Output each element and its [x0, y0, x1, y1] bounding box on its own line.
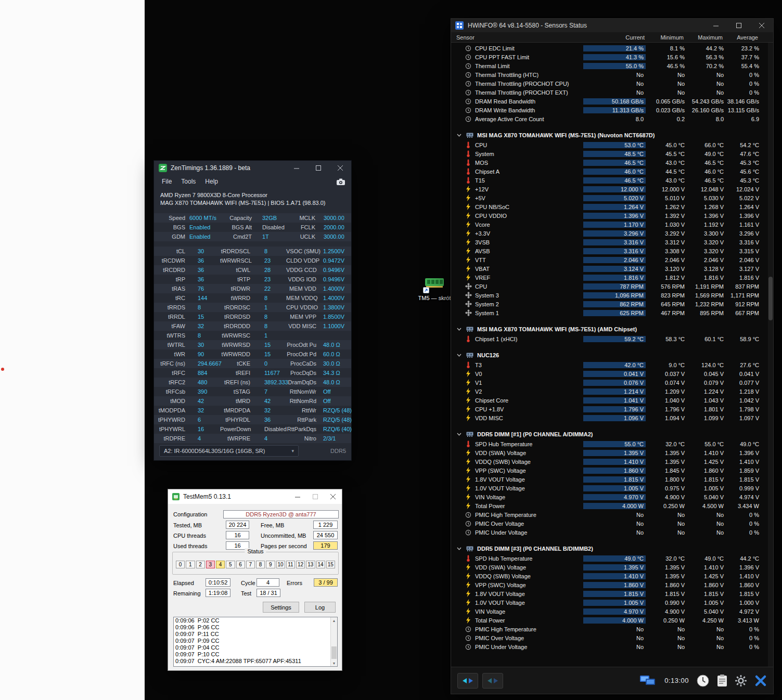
- tm5-log-scrollbar[interactable]: ▲ ▼: [330, 617, 337, 666]
- hw-sensor-row[interactable]: VDD (SWA) Voltage1.395 V1.395 V1.410 V1.…: [451, 448, 769, 457]
- hw-sensor-row[interactable]: VDDQ (SWB) Voltage1.410 V1.395 V1.425 V1…: [451, 572, 769, 580]
- scroll-down-icon[interactable]: ▼: [331, 660, 337, 666]
- nav-arrows-button[interactable]: [457, 673, 478, 689]
- column-maximum[interactable]: Maximum: [684, 34, 723, 41]
- hw-sensor-row[interactable]: +12V12.000 V12.000 V12.048 V12.024 V: [451, 185, 769, 193]
- hw-sensor-group-header[interactable]: MSI MAG X870 TOMAHAWK WIFI (MS-7E51) (AM…: [451, 324, 769, 334]
- hw-sensor-row[interactable]: V00.041 V0.037 V0.045 V0.041 V: [451, 369, 769, 378]
- hw-sensor-row[interactable]: VIN Voltage4.970 V4.900 V5.040 V4.974 V: [451, 492, 769, 501]
- hw-sensor-row[interactable]: Thermal Throttling (PROCHOT EXT)NoNoNo0 …: [451, 88, 769, 97]
- settings-gear-button[interactable]: [735, 675, 747, 687]
- settings-button[interactable]: Settings: [263, 602, 299, 613]
- hw-sensor-group-header[interactable]: DDR5 DIMM [#3] (P0 CHANNEL B/DIMMB2): [451, 543, 769, 554]
- menu-help[interactable]: Help: [200, 176, 223, 187]
- tm5-log-box[interactable]: 0:09:06 P:02 CC0:09:06 P:06 CC0:09:07 P:…: [173, 617, 338, 667]
- hw-sensor-row[interactable]: 1.0V VOUT Voltage1.005 V0.990 V1.005 V1.…: [451, 598, 769, 607]
- column-average[interactable]: Average: [723, 34, 758, 41]
- hw-sensor-row[interactable]: AVSB3.316 V3.308 V3.320 V3.315 V: [451, 247, 769, 255]
- hw-sensor-row[interactable]: SPD Hub Temperature49.0 °C32.0 °C49.0 °C…: [451, 554, 769, 563]
- hw-sensor-row[interactable]: VDD MISC1.096 V1.094 V1.099 V1.097 V: [451, 413, 769, 422]
- menu-file[interactable]: File: [157, 176, 176, 187]
- hw-sensor-row[interactable]: V10.076 V0.074 V0.079 V0.077 V: [451, 378, 769, 387]
- hw-sensor-row[interactable]: System48.5 °C45.5 °C49.0 °C47.6 °C: [451, 149, 769, 158]
- column-sensor[interactable]: Sensor: [451, 34, 582, 41]
- hw-sensor-row[interactable]: 1.0V VOUT Voltage1.005 V0.975 V1.005 V0.…: [451, 484, 769, 492]
- hw-sensor-row[interactable]: VTT2.046 V2.046 V2.046 V2.046 V: [451, 255, 769, 264]
- hw-sensor-row[interactable]: VIN Voltage4.970 V4.900 V5.040 V4.972 V: [451, 607, 769, 616]
- hw-sensor-row[interactable]: +3.3V3.296 V3.292 V3.300 V3.296 V: [451, 229, 769, 238]
- close-button[interactable]: [750, 19, 773, 32]
- hw-sensor-row[interactable]: Total Power4.000 W0.250 W4.250 W3.413 W: [451, 616, 769, 625]
- hw-sensor-row[interactable]: PMIC Over VoltageNoNoNo0 %: [451, 519, 769, 528]
- menu-tools[interactable]: Tools: [176, 176, 200, 187]
- desktop-shortcut-tm5[interactable]: TM5 — skrót: [415, 275, 454, 301]
- hw-scrollbar[interactable]: [768, 43, 773, 667]
- testmem5-titlebar[interactable]: TestMem5 0.13.1: [168, 489, 342, 504]
- hw-sensor-row[interactable]: 1.8V VOUT Voltage1.815 V1.815 V1.815 V1.…: [451, 589, 769, 598]
- hw-sensor-row[interactable]: V21.214 V1.209 V1.224 V1.218 V: [451, 387, 769, 396]
- column-current[interactable]: Current: [582, 34, 645, 41]
- hw-sensor-row[interactable]: DRAM Read Bandwidth50.168 GB/s0.065 GB/s…: [451, 97, 769, 106]
- hw-sensor-group-header[interactable]: NUC126: [451, 350, 769, 360]
- screenshot-camera-icon[interactable]: [337, 178, 345, 185]
- hw-sensor-row[interactable]: Thermal Limit55.0 %46.5 %70.2 %55.4 %: [451, 61, 769, 70]
- minimize-button[interactable]: [286, 161, 307, 175]
- monitors-icon[interactable]: [639, 675, 656, 687]
- hw-sensor-row[interactable]: PMIC High TemperatureNoNoNo0 %: [451, 625, 769, 633]
- hw-sensor-row[interactable]: VBAT3.124 V3.120 V3.128 V3.127 V: [451, 264, 769, 273]
- close-sensors-button[interactable]: [754, 675, 767, 687]
- close-button[interactable]: [324, 489, 342, 504]
- hw-sensor-row[interactable]: PMIC Under VoltageNoNoNo0 %: [451, 642, 769, 651]
- hw-sensor-group-header[interactable]: DDR5 DIMM [#1] (P0 CHANNEL A/DIMMA2): [451, 429, 769, 439]
- column-minimum[interactable]: Minimum: [645, 34, 684, 41]
- maximize-button[interactable]: [727, 19, 750, 32]
- hw-sensor-row[interactable]: CPU NB/SoC1.264 V1.262 V1.268 V1.264 V: [451, 202, 769, 211]
- tm5-log-scrollbar-thumb[interactable]: [331, 646, 337, 659]
- chevron-down-icon[interactable]: [455, 433, 463, 436]
- clock-button[interactable]: [696, 674, 710, 688]
- hw-sensor-row[interactable]: Chipset Core1.041 V1.040 V1.043 V1.042 V: [451, 396, 769, 405]
- hw-sensor-row[interactable]: PMIC Over VoltageNoNoNo0 %: [451, 633, 769, 642]
- hw-sensor-row[interactable]: PMIC Under VoltageNoNoNo0 %: [451, 528, 769, 537]
- hw-sensor-row[interactable]: VPP (SWC) Voltage1.860 V1.860 V1.860 V1.…: [451, 580, 769, 589]
- hw-sensor-row[interactable]: SPD Hub Temperature55.0 °C32.0 °C55.0 °C…: [451, 439, 769, 448]
- hw-sensor-row[interactable]: VREF1.816 V1.812 V1.816 V1.816 V: [451, 273, 769, 282]
- hw-sensor-row[interactable]: 1.8V VOUT Voltage1.815 V1.800 V1.815 V1.…: [451, 475, 769, 484]
- hw-sensor-row[interactable]: System 31,096 RPM823 RPM1,569 RPM1,171 R…: [451, 291, 769, 300]
- hw-sensor-row[interactable]: CPU787 RPM576 RPM1,191 RPM837 RPM: [451, 282, 769, 291]
- hw-sensor-row[interactable]: 3VSB3.316 V3.312 V3.320 V3.316 V: [451, 238, 769, 247]
- hw-sensor-row[interactable]: CPU VDDIO1.396 V1.392 V1.396 V1.396 V: [451, 211, 769, 220]
- nav-arrows-disabled-button[interactable]: [482, 673, 503, 689]
- hw-sensor-row[interactable]: MOS46.5 °C43.0 °C46.5 °C45.3 °C: [451, 158, 769, 167]
- hw-sensor-row[interactable]: System 1625 RPM467 RPM895 RPM667 RPM: [451, 308, 769, 317]
- hw-sensor-row[interactable]: System 2862 RPM645 RPM1,232 RPM912 RPM: [451, 300, 769, 308]
- chevron-down-icon[interactable]: [455, 328, 463, 331]
- hw-sensor-row[interactable]: CPU +1.8V1.796 V1.796 V1.801 V1.798 V: [451, 405, 769, 413]
- hw-sensor-row[interactable]: Chipset 1 (xHCI)59.2 °C58.3 °C60.1 °C58.…: [451, 334, 769, 343]
- hw-sensor-row[interactable]: PMIC High TemperatureNoNoNo0 %: [451, 510, 769, 519]
- minimize-button[interactable]: [704, 19, 727, 32]
- hw-sensor-row[interactable]: Total Power4.000 W0.250 W4.500 W3.434 W: [451, 501, 769, 510]
- maximize-button[interactable]: [307, 161, 329, 175]
- hw-scrollbar-thumb[interactable]: [768, 277, 773, 320]
- hw-sensor-row[interactable]: Thermal Throttling (PROCHOT CPU)NoNoNo0 …: [451, 79, 769, 88]
- hw-sensor-row[interactable]: VDDQ (SWB) Voltage1.410 V1.395 V1.425 V1…: [451, 457, 769, 466]
- hw-sensor-row[interactable]: CPU53.0 °C45.0 °C66.0 °C54.2 °C: [451, 140, 769, 149]
- chevron-down-icon[interactable]: [455, 134, 463, 137]
- hw-sensor-row[interactable]: CPU EDC Limit21.4 %8.1 %44.2 %23.2 %: [451, 44, 769, 53]
- scroll-up-icon[interactable]: ▲: [331, 617, 337, 624]
- hw-sensor-row[interactable]: VPP (SWC) Voltage1.860 V1.845 V1.860 V1.…: [451, 466, 769, 475]
- hw-sensor-row[interactable]: CPU PPT FAST Limit41.3 %15.6 %56.3 %37.7…: [451, 53, 769, 61]
- hw-sensor-group-header[interactable]: MSI MAG X870 TOMAHAWK WIFI (MS-7E51) (Nu…: [451, 130, 769, 140]
- hwinfo-titlebar[interactable]: HWiNFO® 64 v8.14-5580 - Sensors Status: [451, 19, 773, 32]
- chevron-down-icon[interactable]: [455, 547, 463, 550]
- report-button[interactable]: [717, 674, 727, 687]
- hw-sensor-row[interactable]: Average Active Core Count8.00.28.06.9: [451, 114, 769, 123]
- chevron-down-icon[interactable]: [455, 354, 463, 357]
- log-button[interactable]: Log: [304, 602, 336, 613]
- zentimings-titlebar[interactable]: ZenTimings 1.36.1889 - beta: [154, 161, 351, 175]
- minimize-button[interactable]: [289, 489, 306, 504]
- hw-sensor-row[interactable]: Thermal Throttling (HTC)NoNoNo0 %: [451, 70, 769, 79]
- hw-sensor-row[interactable]: T342.0 °C9.0 °C124.0 °C27.6 °C: [451, 360, 769, 369]
- close-button[interactable]: [329, 161, 351, 175]
